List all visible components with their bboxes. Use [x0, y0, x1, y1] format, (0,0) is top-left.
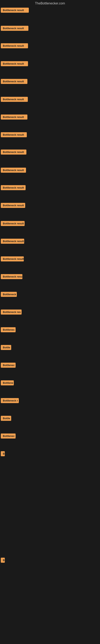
- bottleneck-badge: Bottlenec: [1, 434, 16, 438]
- bottleneck-badge: Bottleneck: [1, 292, 17, 297]
- bottleneck-badge: B: [1, 451, 5, 456]
- bottleneck-item: Bottleneck result: [0, 61, 28, 67]
- bottleneck-item: Bottleneck result: [0, 114, 27, 120]
- bottleneck-item: Bottleneck result: [0, 221, 25, 227]
- bottleneck-badge: Bottlenec: [1, 327, 16, 332]
- bottleneck-badge: Bottlenec: [1, 363, 16, 368]
- bottleneck-badge: Bottleneck result: [1, 203, 25, 208]
- bottleneck-item: B: [0, 558, 5, 564]
- bottleneck-item: Bottleneck result: [0, 79, 27, 85]
- bottleneck-item: Bottleneck result: [0, 203, 25, 209]
- bottleneck-badge: Bottleneck result: [1, 150, 26, 154]
- bottleneck-item: Bottlenec: [0, 327, 16, 333]
- bottleneck-badge: Bottleneck r: [1, 398, 19, 403]
- bottleneck-item: Bottleneck result: [0, 43, 28, 49]
- bottleneck-item: Bottlenec: [0, 434, 16, 439]
- bottleneck-item: Bottle: [0, 345, 11, 351]
- bottleneck-badge: Bottleneck result: [1, 8, 29, 13]
- bottleneck-item: Bottleneck result: [0, 26, 28, 32]
- bottleneck-badge: Bottle: [1, 345, 11, 350]
- bottleneck-badge: Bottleneck result: [1, 132, 27, 137]
- bottleneck-item: Bottlenec: [0, 363, 16, 368]
- bottleneck-badge: Bottleneck result: [1, 168, 26, 173]
- bottleneck-badge: Bottleneck result: [1, 221, 25, 226]
- bottleneck-badge: Bottle: [1, 416, 11, 421]
- bottleneck-badge: Bottleneck result: [1, 256, 24, 262]
- bottleneck-item: Bottleneck: [0, 292, 17, 298]
- site-title: TheBottlenecker.com: [0, 0, 100, 8]
- bottleneck-badge: Bottleneck result: [1, 185, 26, 190]
- bottleneck-badge: Bottleneck result: [1, 43, 28, 48]
- bottleneck-badge: Bottleneck res: [1, 310, 22, 314]
- bottleneck-item: Bottleneck result: [0, 8, 29, 14]
- bottleneck-badge: B: [1, 558, 5, 563]
- bottleneck-badge: Bottleneck result: [1, 61, 28, 66]
- bottleneck-item: Bottlene: [0, 380, 14, 386]
- bottleneck-badge: Bottleneck resu: [1, 274, 22, 279]
- bottleneck-item: Bottleneck result: [0, 256, 24, 262]
- bottleneck-item: Bottleneck result: [0, 185, 26, 191]
- bottleneck-item: Bottleneck result: [0, 168, 26, 174]
- bottleneck-badge: Bottleneck result: [1, 26, 28, 31]
- bottleneck-badge: Bottlene: [1, 380, 14, 386]
- bottleneck-badge: Bottleneck result: [1, 79, 27, 84]
- bottleneck-item: Bottleneck result: [0, 150, 26, 155]
- bottleneck-badge: Bottleneck result: [1, 239, 24, 244]
- bottleneck-item: Bottleneck result: [0, 132, 27, 138]
- bottleneck-item: Bottleneck res: [0, 310, 22, 315]
- bottleneck-item: Bottleneck r: [0, 398, 19, 404]
- bottleneck-item: B: [0, 451, 5, 457]
- bottleneck-item: Bottle: [0, 416, 11, 422]
- bottleneck-badge: Bottleneck result: [1, 114, 27, 120]
- bottleneck-item: Bottleneck result: [0, 97, 28, 103]
- bottleneck-item: Bottleneck result: [0, 239, 24, 244]
- bottleneck-item: Bottleneck resu: [0, 274, 22, 280]
- bottleneck-badge: Bottleneck result: [1, 97, 28, 102]
